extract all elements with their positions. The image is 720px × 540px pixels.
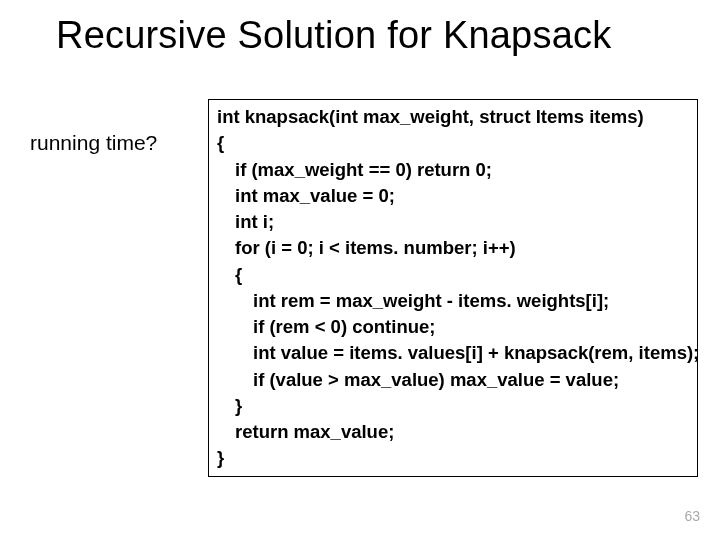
- code-line: for (i = 0; i < items. number; i++): [217, 235, 689, 261]
- code-line: {: [217, 132, 224, 153]
- code-line: int max_value = 0;: [217, 183, 689, 209]
- code-line: if (rem < 0) continue;: [217, 314, 689, 340]
- slide: Recursive Solution for Knapsack running …: [0, 0, 720, 540]
- code-line: return max_value;: [217, 419, 689, 445]
- slide-title: Recursive Solution for Knapsack: [56, 14, 688, 57]
- code-line: if (value > max_value) max_value = value…: [217, 367, 689, 393]
- code-line: }: [217, 393, 689, 419]
- code-line: int knapsack(int max_weight, struct Item…: [217, 106, 644, 127]
- code-line: }: [217, 447, 224, 468]
- code-line: int value = items. values[i] + knapsack(…: [217, 340, 689, 366]
- page-number: 63: [684, 508, 700, 524]
- code-box: int knapsack(int max_weight, struct Item…: [208, 99, 698, 477]
- code-line: int rem = max_weight - items. weights[i]…: [217, 288, 689, 314]
- code-line: if (max_weight == 0) return 0;: [217, 157, 689, 183]
- code-line: int i;: [217, 209, 689, 235]
- code-line: {: [217, 262, 689, 288]
- left-note: running time?: [30, 99, 206, 155]
- content-area: running time? int knapsack(int max_weigh…: [56, 99, 688, 477]
